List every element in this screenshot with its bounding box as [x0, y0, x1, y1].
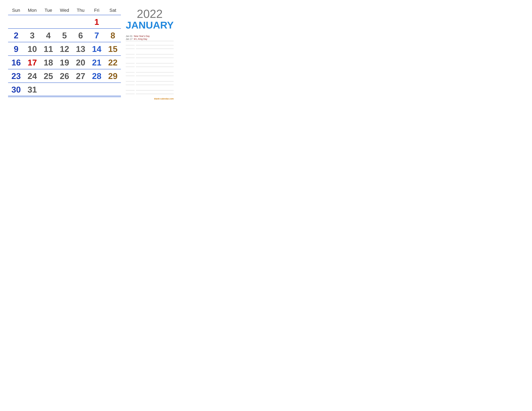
calendar-info: 2022 JANUARY Jan 01New Year's DayJan 17M… — [124, 6, 174, 100]
day-cell: 13 — [73, 43, 89, 55]
week-row-5: 23242526272829 — [8, 69, 121, 82]
note-text-line — [136, 91, 174, 94]
note-date-line — [126, 73, 135, 76]
day-cell: 29 — [105, 70, 121, 82]
holiday-name: New Year's Day — [134, 35, 174, 37]
note-date-line — [126, 64, 135, 67]
holiday-block: Jan 01New Year's DayJan 17M L King Day — [126, 35, 174, 40]
note-text-line — [136, 60, 174, 63]
note-date-line — [126, 55, 135, 58]
day-cell — [89, 84, 105, 95]
note-date-line — [126, 46, 135, 49]
note-date-line — [126, 60, 135, 63]
day-cell — [57, 16, 73, 28]
day-cell: 10 — [24, 43, 40, 55]
note-row — [126, 64, 174, 67]
bottom-line — [8, 97, 121, 97]
note-line-group-3 — [126, 60, 174, 67]
day-cell: 12 — [57, 43, 73, 55]
week-row-1: 1 — [8, 15, 121, 28]
day-cell — [57, 84, 73, 95]
day-cell: 5 — [57, 30, 73, 41]
calendar-grid: SunMonTueWedThuFriSat 1 2345678910111213… — [8, 6, 124, 100]
note-text-line — [136, 78, 174, 81]
day-cell: 3 — [24, 30, 40, 41]
note-row — [126, 55, 174, 58]
day-cell: 11 — [40, 43, 57, 55]
day-cell: 27 — [73, 70, 89, 82]
day-header-sun: Sun — [8, 6, 24, 14]
note-text-line — [136, 64, 174, 67]
day-cell: 1 — [89, 16, 105, 28]
day-cell: 30 — [8, 84, 24, 95]
day-cell: 21 — [89, 57, 105, 68]
note-line-group-2 — [126, 51, 174, 58]
note-line-group-6 — [126, 87, 174, 94]
day-cell: 4 — [40, 30, 57, 41]
watermark: blank-calendar.com — [126, 97, 174, 100]
year-display: 2022 — [126, 8, 174, 20]
day-cell: 2 — [8, 30, 24, 41]
day-cell: 18 — [40, 57, 57, 68]
note-row — [126, 42, 174, 45]
note-row — [126, 82, 174, 85]
day-cell: 9 — [8, 43, 24, 55]
note-row — [126, 51, 174, 54]
day-header-fri: Fri — [89, 6, 105, 14]
day-cell: 16 — [8, 57, 24, 68]
day-cell — [24, 16, 40, 28]
day-cell: 8 — [105, 30, 121, 41]
day-header-thu: Thu — [73, 6, 89, 14]
note-text-line — [136, 51, 174, 54]
day-header-wed: Wed — [57, 6, 73, 14]
day-cell: 6 — [73, 30, 89, 41]
holiday-date: Jan 01 — [126, 35, 134, 37]
note-text-line — [136, 82, 174, 85]
note-row — [126, 46, 174, 49]
day-cell: 31 — [24, 84, 40, 95]
day-cell: 23 — [8, 70, 24, 82]
note-date-line — [126, 78, 135, 81]
note-date-line — [126, 42, 135, 45]
note-row — [126, 91, 174, 94]
note-row — [126, 87, 174, 90]
day-header-tue: Tue — [40, 6, 57, 14]
note-text-line — [136, 55, 174, 58]
day-cell: 14 — [89, 43, 105, 55]
day-cell — [40, 16, 57, 28]
note-date-line — [126, 87, 135, 90]
note-row — [126, 73, 174, 76]
day-cell — [73, 16, 89, 28]
note-lines: Jan 01New Year's DayJan 17M L King Day — [126, 35, 174, 94]
day-cell: 24 — [24, 70, 40, 82]
day-cell: 26 — [57, 70, 73, 82]
day-cell: 25 — [40, 70, 57, 82]
note-line-group-4 — [126, 69, 174, 76]
note-date-line — [126, 91, 135, 94]
day-cell: 28 — [89, 70, 105, 82]
note-text-line — [136, 69, 174, 72]
note-line-group-5 — [126, 78, 174, 85]
note-date-line — [126, 51, 135, 54]
day-cell: 20 — [73, 57, 89, 68]
note-text-line — [136, 46, 174, 49]
note-date-line — [126, 69, 135, 72]
week-row-3: 9101112131415 — [8, 42, 121, 55]
holidays-section: Jan 01New Year's DayJan 17M L King Day — [126, 34, 174, 96]
note-row — [126, 78, 174, 81]
note-row — [126, 69, 174, 72]
weeks-container: 1 23456789101112131415161718192021222324… — [8, 15, 121, 96]
day-cell — [8, 16, 24, 28]
day-cell: 19 — [57, 57, 73, 68]
day-header-mon: Mon — [24, 6, 40, 14]
day-headers-row: SunMonTueWedThuFriSat — [8, 6, 121, 14]
day-cell — [40, 84, 57, 95]
holiday-date: Jan 17 — [126, 38, 134, 40]
month-display: JANUARY — [126, 20, 174, 31]
holiday-entry: Jan 01New Year's Day — [126, 35, 174, 37]
note-text-line — [136, 87, 174, 90]
calendar-container: SunMonTueWedThuFriSat 1 2345678910111213… — [8, 6, 169, 100]
day-cell: 22 — [105, 57, 121, 68]
note-line-group-1 — [126, 42, 174, 49]
day-cell — [105, 16, 121, 28]
